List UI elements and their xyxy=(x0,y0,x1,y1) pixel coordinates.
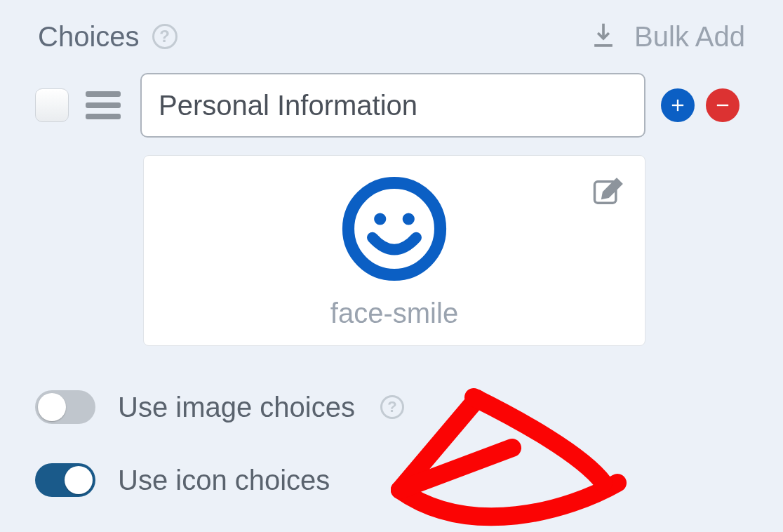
bulk-add-button[interactable]: Bulk Add xyxy=(588,21,745,53)
edit-icon-button[interactable] xyxy=(590,174,627,211)
help-icon[interactable]: ? xyxy=(152,24,178,49)
use-icon-choices-toggle[interactable] xyxy=(35,463,95,497)
choice-default-checkbox[interactable] xyxy=(35,88,69,122)
add-choice-button[interactable] xyxy=(661,88,695,122)
remove-choice-button[interactable] xyxy=(706,88,740,122)
choice-row xyxy=(35,77,745,133)
use-icon-choices-label: Use icon choices xyxy=(118,465,330,496)
icon-preview-card: face-smile xyxy=(143,155,645,346)
use-image-choices-label: Use image choices xyxy=(118,392,355,423)
svg-point-2 xyxy=(374,213,386,225)
icon-name-label: face-smile xyxy=(330,298,458,329)
drag-handle-icon[interactable] xyxy=(86,91,121,119)
use-icon-choices-row: Use icon choices xyxy=(35,463,330,497)
face-smile-icon xyxy=(340,174,449,286)
choices-header: Choices ? Bulk Add xyxy=(38,15,745,58)
choices-label: Choices xyxy=(38,21,140,53)
svg-point-1 xyxy=(348,182,440,274)
plus-icon xyxy=(668,95,688,115)
download-icon xyxy=(588,21,619,52)
choice-row-actions xyxy=(661,88,740,122)
minus-icon xyxy=(713,95,732,115)
annotation-arrow-icon xyxy=(358,371,723,532)
help-icon[interactable]: ? xyxy=(380,395,404,419)
choice-label-input[interactable] xyxy=(140,73,645,138)
use-image-choices-toggle[interactable] xyxy=(35,390,95,424)
pencil-square-icon xyxy=(590,174,627,211)
use-image-choices-row: Use image choices ? xyxy=(35,390,404,424)
bulk-add-label: Bulk Add xyxy=(634,21,745,53)
svg-point-3 xyxy=(403,213,415,225)
